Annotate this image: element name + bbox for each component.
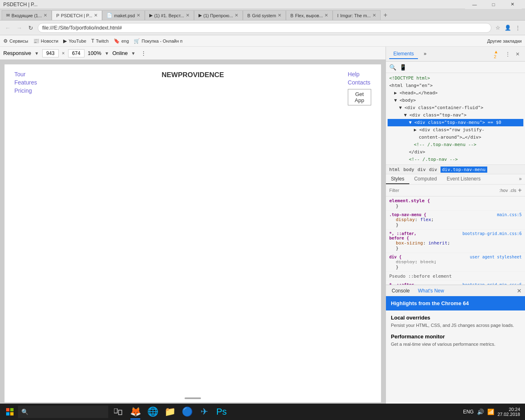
ps-taskbar-item[interactable]: Ps [213, 404, 230, 420]
height-input[interactable] [68, 49, 84, 57]
bookmark-bm-youtube[interactable]: ▶YouTube [63, 38, 86, 44]
tab-tab-yt1[interactable]: ▶(1) #1. Верст...✕ [145, 10, 194, 20]
dom-line-5[interactable]: ▼ <div class="top-nav"> [388, 112, 523, 119]
filter-bar: :hov .cls + [386, 185, 525, 196]
dom-line-1[interactable]: <html lang="en"> [388, 82, 523, 89]
dom-tree[interactable]: <!DOCTYPE html><html lang="en">▶ <head>…… [386, 73, 525, 164]
style-close-brace: } [389, 203, 522, 209]
event-listeners-tab[interactable]: Event Listeners [442, 174, 486, 184]
dom-line-2[interactable]: ▶ <head>…</head> [388, 89, 523, 97]
breadcrumb-item-0[interactable]: html [389, 167, 400, 172]
address-input[interactable] [38, 23, 491, 33]
cls-filter-button[interactable]: .cls [509, 188, 516, 193]
taskbar-search-icon: 🔍 [21, 409, 28, 415]
dom-line-3[interactable]: ▼ <body> [388, 97, 523, 104]
minimize-button[interactable]: — [465, 0, 484, 9]
styles-tab[interactable]: Styles [386, 174, 409, 184]
telegram-taskbar-item[interactable]: ✈ [196, 404, 212, 420]
zoom-dropdown-icon[interactable]: ▼ [105, 51, 109, 56]
devtools-more-icon[interactable]: ⋮ [504, 50, 512, 58]
menu-icon[interactable]: ⋮ [514, 24, 522, 32]
tab-tab-psdetch[interactable]: PPSDETCH | P...✕ [52, 10, 102, 20]
inspect-icon[interactable]: 🔍 [389, 64, 396, 71]
volume-icon[interactable]: 🔊 [477, 409, 484, 415]
styles-more-button[interactable]: » [516, 174, 525, 184]
whats-new-tab[interactable]: What's New [415, 287, 447, 294]
contacts-link[interactable]: Contacts [348, 79, 370, 86]
tab-tab-yt2[interactable]: ▶(1) Препрою...✕ [194, 10, 243, 20]
svg-rect-5 [119, 410, 122, 415]
add-style-button[interactable]: + [518, 187, 522, 194]
page-navigation: NEWPROVIDENCE Tour Features Pricing Help… [5, 64, 381, 112]
tab-tab-gmail[interactable]: ✉Входящие (1...✕ [2, 10, 52, 20]
breadcrumb-item-3[interactable]: div [429, 167, 437, 172]
breadcrumb-item-4[interactable]: div.top-nav-menu [441, 167, 487, 173]
forward-button[interactable]: → [15, 23, 24, 32]
pricing-link[interactable]: Pricing [14, 87, 37, 94]
console-tab[interactable]: Console [389, 287, 412, 294]
help-link[interactable]: Help [348, 71, 360, 78]
back-button[interactable]: ← [3, 23, 12, 32]
devtools-header: Elements » ▲ 2 ⋮ ✕ [386, 47, 525, 62]
photoshop-icon: Ps [216, 406, 227, 417]
dom-line-10[interactable]: </div> [388, 148, 523, 156]
firefox-taskbar-item[interactable]: 🦊 [127, 404, 144, 420]
dom-line-7[interactable]: ▶ <div class="row justify- [388, 126, 523, 134]
dom-line-6[interactable]: ▼ <div class="top-nav-menu"> == $0 [388, 119, 523, 126]
bookmark-star-icon[interactable]: ☆ [494, 24, 502, 32]
filter-input[interactable] [389, 186, 498, 194]
pseudo-filter-button[interactable]: :hov [499, 188, 508, 193]
elements-panel-tab[interactable]: Elements [389, 49, 418, 59]
dom-line-11[interactable]: <!-- /.top-nav --> [388, 156, 523, 163]
start-button[interactable] [2, 404, 18, 420]
reload-button[interactable]: ↻ [26, 23, 35, 32]
close-button[interactable]: ✕ [503, 0, 522, 9]
tab-tab-maket[interactable]: 📄maket.psd✕ [102, 10, 145, 20]
responsive-dropdown-icon[interactable]: ▼ [34, 51, 39, 56]
main-css-source[interactable]: main.css:5 [497, 212, 522, 217]
width-input[interactable] [42, 49, 59, 57]
edge-taskbar-item[interactable]: 🌐 [144, 404, 161, 420]
add-tab-button[interactable]: + [381, 10, 390, 20]
dom-line-9[interactable]: <!-- /.top-nav-menu --> [388, 141, 523, 148]
tab-tab-flex[interactable]: BFlex, выров...✕ [286, 10, 333, 20]
bootstrap-source[interactable]: bootstrap-grid.min.css:6 [463, 231, 522, 240]
more-panels-button[interactable]: » [420, 49, 431, 59]
breadcrumb-item-1[interactable]: body [404, 167, 415, 172]
main-layout: Responsive ▼ × 100% ▼ Online ▼ ⋮ NEWPROV… [0, 47, 525, 407]
taskbar-items: 🦊 🌐 📁 🔵 ✈ Ps [108, 404, 231, 420]
profile-icon[interactable]: 👤 [504, 24, 512, 32]
tab-tab-imgur[interactable]: IImgur: The m...✕ [333, 10, 380, 20]
bookmark-bm-news[interactable]: 📰Новости [33, 38, 59, 44]
tab-tab-grid[interactable]: BGrid system✕ [243, 10, 286, 20]
breadcrumb-item-2[interactable]: div [418, 167, 426, 172]
title-bar: PSDETCH | P... — □ ✕ [0, 0, 525, 9]
devtools-warning-badge[interactable]: ▲ 2 [494, 50, 502, 58]
explorer-taskbar-item[interactable]: 📁 [162, 404, 178, 420]
device-icon[interactable]: 📱 [399, 64, 406, 71]
dom-line-0[interactable]: <!DOCTYPE html> [388, 75, 523, 82]
bookmark-bm-eng[interactable]: 🔖eng [114, 38, 129, 44]
more-options-icon[interactable]: ⋮ [139, 48, 148, 58]
bookmarks-other-button[interactable]: Другие закладки [487, 39, 522, 43]
task-view-button[interactable] [110, 404, 126, 420]
features-link[interactable]: Features [14, 79, 37, 86]
get-app-button[interactable]: Get App [348, 89, 371, 105]
console-close-icon[interactable]: ✕ [517, 288, 522, 294]
bookmark-bm-twitch[interactable]: TTwitch [91, 38, 109, 44]
network-icon[interactable]: 📶 [487, 409, 494, 415]
bookmark-bm-shop[interactable]: 🛒Покупка - Онлайн п [134, 38, 183, 44]
maximize-button[interactable]: □ [484, 0, 503, 9]
online-dropdown-icon[interactable]: ▼ [131, 51, 136, 56]
tour-link[interactable]: Tour [14, 71, 37, 78]
chrome-taskbar-item[interactable]: 🔵 [179, 404, 195, 420]
page-scrollbar[interactable] [185, 397, 201, 399]
get-app-line1: Get [355, 91, 364, 97]
taskbar-search[interactable]: 🔍 [18, 406, 108, 418]
dom-line-8[interactable]: content-around">…</div> [388, 134, 523, 141]
dom-line-4[interactable]: ▼ <div class="container-fluid"> [388, 104, 523, 112]
box-sizing-prop: box-sizing: inherit; [389, 240, 522, 246]
bookmark-bm-services[interactable]: ⚙Сервисы [3, 38, 28, 44]
devtools-close-icon[interactable]: ✕ [514, 50, 522, 58]
computed-tab[interactable]: Computed [409, 174, 442, 184]
